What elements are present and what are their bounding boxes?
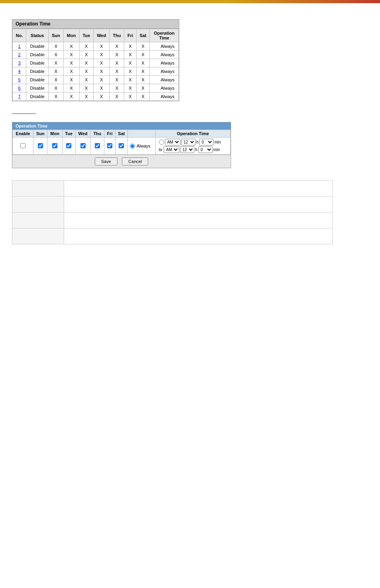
desc-content — [64, 228, 333, 244]
row-mon: X — [63, 51, 79, 59]
desc-label — [12, 181, 64, 197]
row-optime: Always — [150, 51, 179, 59]
to-time-row: to AM PM 12 1234 5678 9 — [159, 146, 228, 153]
thu-checkbox-cell — [90, 138, 104, 155]
sun-checkbox-cell — [33, 138, 47, 155]
row-tue: X — [79, 84, 94, 92]
table-row: 2 Disable X X X X X X X Always — [13, 51, 179, 59]
row-no[interactable]: 5 — [13, 76, 26, 84]
table-row: 6 Disable X X X X X X X Always — [13, 84, 179, 92]
save-button[interactable]: Save — [95, 157, 118, 165]
row-sat: X — [136, 76, 150, 84]
row-status: Disable — [26, 67, 49, 76]
edit-table-wrapper: Operation Time Enable Sun Mon Tue Wed Th… — [12, 122, 231, 168]
table-row: 1 Disable X X X X X X X Always — [13, 42, 179, 51]
main-table-wrapper: Operation Time No. Status Sun Mon Tue We… — [12, 19, 179, 101]
desc-content — [64, 197, 333, 212]
row-sun: X — [48, 84, 63, 92]
edit-col-wed: Wed — [75, 130, 90, 138]
edit-col-fri: Fri — [104, 130, 116, 138]
col-header-fri: Fri — [124, 29, 136, 42]
row-status: Disable — [26, 42, 49, 51]
to-min-select[interactable]: 0153045 — [198, 146, 213, 153]
row-sat: X — [136, 67, 150, 76]
row-mon: X — [63, 59, 79, 67]
to-hour-select[interactable]: 12 1234 5678 91011 — [180, 146, 194, 153]
row-no[interactable]: 4 — [13, 67, 26, 76]
row-sun: X — [48, 67, 63, 76]
edit-col-sat: Sat — [115, 130, 127, 138]
row-wed: X — [94, 67, 110, 76]
row-status: Disable — [26, 51, 49, 59]
enable-checkbox[interactable] — [20, 143, 25, 148]
row-status: Disable — [26, 84, 49, 92]
row-mon: X — [63, 76, 79, 84]
to-hour-label: h — [195, 147, 198, 152]
list-item — [12, 197, 333, 212]
row-sat: X — [136, 51, 150, 59]
row-thu: X — [110, 84, 124, 92]
col-header-tue: Tue — [79, 29, 94, 42]
row-no[interactable]: 2 — [13, 51, 26, 59]
sat-checkbox[interactable] — [119, 143, 124, 148]
desc-label — [12, 197, 64, 212]
row-optime: Always — [150, 84, 179, 92]
sun-checkbox[interactable] — [38, 143, 43, 148]
operation-time-section: Operation Time No. Status Sun Mon Tue We… — [12, 19, 368, 101]
row-no[interactable]: 1 — [13, 42, 26, 51]
row-fri: X — [124, 67, 136, 76]
row-wed: X — [94, 92, 110, 101]
from-hour-select[interactable]: 12 1234 5678 91011 — [181, 139, 196, 146]
edit-section: Operation Time Enable Sun Mon Tue Wed Th… — [12, 122, 368, 168]
fri-checkbox-cell — [104, 138, 116, 155]
fri-checkbox[interactable] — [107, 143, 112, 148]
mon-checkbox[interactable] — [52, 143, 57, 148]
row-no[interactable]: 3 — [13, 59, 26, 67]
table-row: 7 Disable X X X X X X X Always — [13, 92, 179, 101]
cancel-button[interactable]: Cancel — [122, 157, 148, 165]
row-tue: X — [79, 76, 94, 84]
always-radio-cell: Always — [128, 138, 156, 155]
thu-checkbox[interactable] — [95, 143, 100, 148]
row-no[interactable]: 7 — [13, 92, 26, 101]
main-table-title: Operation Time — [12, 20, 179, 29]
row-tue: X — [79, 59, 94, 67]
row-mon: X — [63, 67, 79, 76]
tue-checkbox-cell — [62, 138, 75, 155]
edit-table: Enable Sun Mon Tue Wed Thu Fri Sat Opera… — [12, 130, 231, 155]
col-header-wed: Wed — [94, 29, 110, 42]
row-fri: X — [124, 42, 136, 51]
from-min-select[interactable]: 0153045 — [199, 139, 214, 146]
row-tue: X — [79, 92, 94, 101]
col-header-no: No. — [13, 29, 26, 42]
row-optime: Always — [150, 42, 179, 51]
row-status: Disable — [26, 76, 49, 84]
always-radio[interactable] — [130, 144, 135, 149]
row-wed: X — [94, 76, 110, 84]
table-row: 3 Disable X X X X X X X Always — [13, 59, 179, 67]
from-ampm-select[interactable]: AM PM — [165, 139, 180, 146]
section-divider — [12, 113, 36, 114]
wed-checkbox-cell — [75, 138, 90, 155]
tue-checkbox[interactable] — [66, 143, 71, 148]
row-optime: Always — [150, 67, 179, 76]
row-sat: X — [136, 59, 150, 67]
time-range-cell: AM PM 12 1234 5678 91011 — [155, 138, 230, 155]
row-no[interactable]: 6 — [13, 84, 26, 92]
time-range-radio[interactable] — [159, 140, 164, 145]
row-thu: X — [110, 92, 124, 101]
wed-checkbox[interactable] — [80, 143, 86, 148]
row-fri: X — [124, 76, 136, 84]
row-optime: Always — [150, 92, 179, 101]
row-wed: X — [94, 59, 110, 67]
desc-label — [12, 212, 64, 228]
edit-col-thu: Thu — [90, 130, 104, 138]
row-optime: Always — [150, 59, 179, 67]
to-ampm-select[interactable]: AM PM — [164, 146, 179, 153]
row-mon: X — [63, 42, 79, 51]
list-item — [12, 212, 333, 228]
edit-table-title: Operation Time — [12, 122, 231, 130]
enable-checkbox-cell — [13, 138, 33, 155]
table-row: 5 Disable X X X X X X X Always — [13, 76, 179, 84]
row-fri: X — [124, 59, 136, 67]
